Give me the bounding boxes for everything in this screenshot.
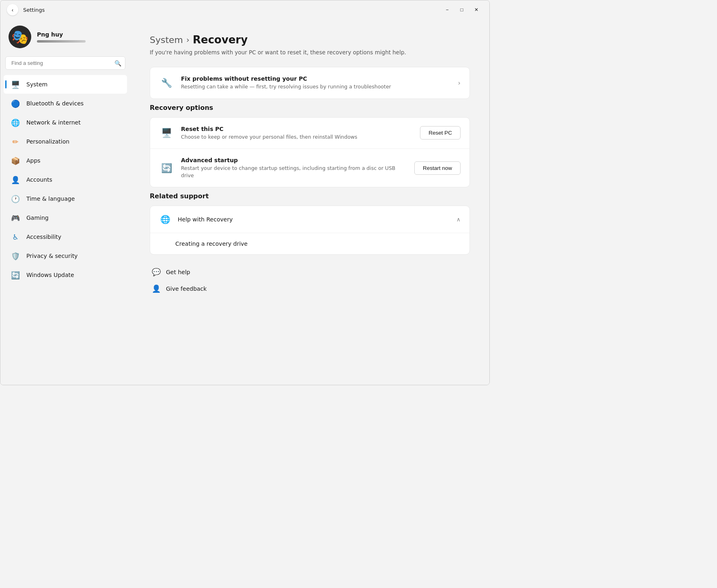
reset-pc-icon: 🖥️ [159,126,174,140]
advanced-startup-icon: 🔄 [159,161,174,175]
nav-icon-time: 🕐 [10,193,21,204]
sidebar-item-privacy[interactable]: 🛡️ Privacy & security [4,247,127,265]
nav-icon-system: 🖥️ [10,79,21,90]
nav-icon-privacy: 🛡️ [10,251,21,261]
sidebar-item-apps[interactable]: 📦 Apps [4,151,127,170]
breadcrumb: System › Recovery [150,34,470,46]
sidebar-item-bluetooth[interactable]: 🔵 Bluetooth & devices [4,94,127,113]
content-area: System › Recovery If you're having probl… [130,19,489,385]
title-bar: ‹ Settings − □ ✕ [0,0,489,19]
advanced-startup-desc: Restart your device to change startup se… [181,165,407,179]
nav-icon-accessibility: ♿ [10,232,21,242]
avatar: 🎭 [9,26,31,48]
user-info: Png huy [37,31,86,43]
reset-pc-button[interactable]: Reset PC [420,126,461,139]
reset-pc-desc: Choose to keep or remove your personal f… [181,133,413,141]
window-controls: − □ ✕ [441,4,483,15]
back-button[interactable]: ‹ [7,4,18,15]
nav-label-accounts: Accounts [26,176,52,183]
advanced-startup-title: Advanced startup [181,157,407,163]
advanced-startup-row: 🔄 Advanced startup Restart your device t… [150,148,469,187]
recovery-options-card: 🖥️ Reset this PC Choose to keep or remov… [150,117,470,188]
breadcrumb-parent: System [150,35,183,45]
creating-recovery-row[interactable]: Creating a recovery drive [150,233,469,254]
window-title: Settings [23,7,45,13]
nav-label-system: System [26,81,47,88]
recovery-options-title: Recovery options [150,104,470,112]
nav-list: 🖥️ System 🔵 Bluetooth & devices 🌐 Networ… [0,75,130,285]
nav-label-privacy: Privacy & security [26,253,78,259]
help-recovery-row[interactable]: 🌐 Help with Recovery ∧ [150,206,469,233]
advanced-startup-text: Advanced startup Restart your device to … [181,157,407,179]
nav-label-windows_update: Windows Update [26,272,74,278]
nav-label-accessibility: Accessibility [26,234,61,240]
help-recovery-label: Help with Recovery [178,216,233,223]
reset-pc-text: Reset this PC Choose to keep or remove y… [181,126,413,141]
sidebar-item-windows_update[interactable]: 🔄 Windows Update [4,266,127,284]
nav-icon-apps: 📦 [10,155,21,166]
reset-pc-title: Reset this PC [181,126,413,132]
avatar-emoji: 🎭 [11,30,28,44]
sidebar-item-gaming[interactable]: 🎮 Gaming [4,208,127,227]
nav-icon-personalization: ✏️ [10,136,21,147]
nav-icon-windows_update: 🔄 [10,270,21,280]
nav-icon-network: 🌐 [10,117,21,128]
search-box: 🔍 [5,56,125,70]
related-support-card: 🌐 Help with Recovery ∧ Creating a recove… [150,206,470,255]
nav-label-apps: Apps [26,157,41,164]
close-button[interactable]: ✕ [470,4,483,15]
restart-now-button[interactable]: Restart now [414,161,461,175]
sidebar: 🎭 Png huy 🔍 🖥️ System 🔵 Bluetooth & devi… [0,19,130,385]
sidebar-item-accessibility[interactable]: ♿ Accessibility [4,227,127,246]
sidebar-item-time[interactable]: 🕐 Time & language [4,189,127,208]
user-profile: 🎭 Png huy [0,19,130,56]
nav-icon-gaming: 🎮 [10,212,21,223]
give-feedback-link[interactable]: 👤 Give feedback [150,281,470,296]
user-progress-bar [37,40,86,43]
get-help-label: Get help [166,269,190,275]
minimize-button[interactable]: − [441,4,454,15]
nav-label-personalization: Personalization [26,138,69,145]
bottom-links: 💬 Get help 👤 Give feedback [150,264,470,296]
nav-label-time: Time & language [26,195,75,202]
fix-problems-text: Fix problems without resetting your PC R… [181,75,451,90]
breadcrumb-current: Recovery [193,34,248,46]
sidebar-item-accounts[interactable]: 👤 Accounts [4,170,127,189]
get-help-icon: 💬 [151,268,161,276]
sidebar-item-system[interactable]: 🖥️ System [4,75,127,94]
nav-label-bluetooth: Bluetooth & devices [26,100,84,107]
reset-pc-row: 🖥️ Reset this PC Choose to keep or remov… [150,118,469,149]
sidebar-item-personalization[interactable]: ✏️ Personalization [4,132,127,151]
nav-icon-bluetooth: 🔵 [10,98,21,109]
fix-problems-title: Fix problems without resetting your PC [181,75,451,82]
give-feedback-label: Give feedback [166,285,207,292]
give-feedback-icon: 👤 [151,284,161,293]
creating-recovery-label: Creating a recovery drive [175,240,248,247]
fix-problems-desc: Resetting can take a while — first, try … [181,83,451,90]
related-support-title: Related support [150,192,470,200]
nav-icon-accounts: 👤 [10,174,21,185]
breadcrumb-separator: › [186,35,189,45]
main-layout: 🎭 Png huy 🔍 🖥️ System 🔵 Bluetooth & devi… [0,19,489,385]
fix-problems-card[interactable]: 🔧 Fix problems without resetting your PC… [150,67,470,99]
search-input[interactable] [5,56,125,70]
username: Png huy [37,31,86,38]
get-help-link[interactable]: 💬 Get help [150,264,470,279]
sidebar-item-network[interactable]: 🌐 Network & internet [4,113,127,132]
fix-problems-arrow: › [458,79,461,87]
nav-label-network: Network & internet [26,119,81,126]
help-recovery-chevron: ∧ [456,216,461,223]
page-description: If you're having problems with your PC o… [150,49,470,56]
fix-problems-icon: 🔧 [159,75,174,90]
maximize-button[interactable]: □ [455,4,468,15]
title-bar-left: ‹ Settings [7,4,45,15]
help-recovery-icon: 🌐 [159,213,171,225]
nav-label-gaming: Gaming [26,215,49,221]
